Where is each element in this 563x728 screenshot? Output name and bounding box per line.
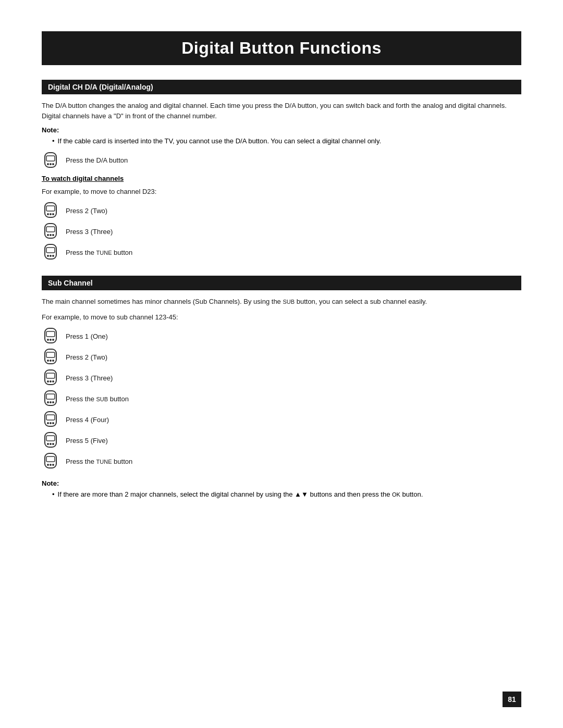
svg-rect-11 <box>46 227 55 232</box>
sub-step7-row: Press the Tune button <box>42 452 521 470</box>
remote-icon-tune <box>42 243 59 261</box>
remote-icon-2 <box>42 202 59 219</box>
svg-point-37 <box>47 401 49 403</box>
svg-point-17 <box>47 255 49 257</box>
svg-rect-46 <box>46 436 55 441</box>
svg-rect-36 <box>46 394 55 399</box>
section2-note-item: If there are more than 2 major channels,… <box>52 489 521 500</box>
sub-step4-text: Press the Sub button <box>66 395 129 403</box>
svg-point-54 <box>52 464 54 466</box>
sub-step3-row: Press 3 (Three) <box>42 369 521 387</box>
sub-step1-text: Press 1 (One) <box>66 332 108 340</box>
svg-point-47 <box>47 443 49 445</box>
svg-point-19 <box>52 255 54 257</box>
step-press-tune-row: Press the Tune button <box>42 243 521 261</box>
sub-step6-text: Press 5 (Five) <box>66 437 108 445</box>
svg-point-2 <box>47 163 49 165</box>
step2-text: Press 3 (Three) <box>66 228 113 236</box>
section1-note-label: Note: <box>42 126 521 134</box>
section2-body1: The main channel sometimes has minor cha… <box>42 297 521 307</box>
svg-point-4 <box>52 163 54 165</box>
section1-body: The D/A button changes the analog and di… <box>42 101 521 121</box>
step3-text: Press the Tune button <box>66 249 132 256</box>
svg-point-39 <box>52 401 54 403</box>
press-da-row: Press the D/A button <box>42 152 521 169</box>
svg-point-22 <box>47 339 49 341</box>
svg-point-23 <box>50 339 52 341</box>
sub-step6-row: Press 5 (Five) <box>42 431 521 449</box>
svg-rect-31 <box>46 373 55 378</box>
svg-point-28 <box>50 360 52 362</box>
svg-rect-26 <box>46 352 55 357</box>
svg-point-38 <box>50 401 52 403</box>
step1-text: Press 2 (Two) <box>66 207 107 215</box>
remote-icon-s2 <box>42 348 59 366</box>
svg-point-14 <box>52 234 54 236</box>
section1-example: For example, to move to channel D23: <box>42 187 521 197</box>
svg-rect-21 <box>46 331 55 337</box>
section-digital-da: Digital CH D/A (Digital/Analog) The D/A … <box>42 80 521 261</box>
section2-example: For example, to move to sub channel 123-… <box>42 312 521 323</box>
svg-rect-41 <box>46 415 55 420</box>
svg-point-9 <box>52 213 54 215</box>
section1-note-item: If the cable card is inserted into the T… <box>52 136 521 146</box>
sub-step1-row: Press 1 (One) <box>42 327 521 345</box>
svg-point-49 <box>52 443 54 445</box>
remote-icon-s4 <box>42 390 59 408</box>
svg-point-42 <box>47 422 49 424</box>
svg-rect-16 <box>46 248 55 253</box>
remote-icon-s5 <box>42 411 59 428</box>
svg-point-13 <box>50 234 52 236</box>
svg-rect-6 <box>46 206 55 211</box>
svg-point-48 <box>50 443 52 445</box>
to-watch-heading: To watch digital channels <box>42 175 521 182</box>
svg-point-27 <box>47 360 49 362</box>
svg-point-33 <box>50 380 52 382</box>
sub-step2-text: Press 2 (Two) <box>66 353 107 361</box>
section2-header: Sub Channel <box>42 276 521 290</box>
svg-point-52 <box>47 464 49 466</box>
svg-point-53 <box>50 464 52 466</box>
section-sub-channel: Sub Channel The main channel sometimes h… <box>42 276 521 500</box>
remote-icon-s3 <box>42 369 59 387</box>
remote-icon-s6 <box>42 431 59 449</box>
svg-point-32 <box>47 380 49 382</box>
page-title-bar: Digital Button Functions <box>42 31 521 65</box>
page-number: 81 <box>503 692 521 707</box>
svg-point-34 <box>52 380 54 382</box>
step-press-3-row: Press 3 (Three) <box>42 223 521 240</box>
remote-icon-s1 <box>42 327 59 345</box>
sub-step3-text: Press 3 (Three) <box>66 374 113 382</box>
svg-rect-51 <box>46 456 55 462</box>
svg-point-43 <box>50 422 52 424</box>
svg-point-29 <box>52 360 54 362</box>
sub-step5-text: Press 4 (Four) <box>66 416 109 424</box>
step-press-2-row: Press 2 (Two) <box>42 202 521 219</box>
svg-point-7 <box>47 213 49 215</box>
remote-icon-3 <box>42 223 59 240</box>
sub-step5-row: Press 4 (Four) <box>42 411 521 428</box>
sub-step7-text: Press the Tune button <box>66 458 132 465</box>
svg-point-44 <box>52 422 54 424</box>
svg-point-8 <box>50 213 52 215</box>
section1-header: Digital CH D/A (Digital/Analog) <box>42 80 521 94</box>
svg-point-12 <box>47 234 49 236</box>
sub-step2-row: Press 2 (Two) <box>42 348 521 366</box>
svg-point-3 <box>50 163 52 165</box>
svg-rect-1 <box>46 156 55 161</box>
sub-step4-row: Press the Sub button <box>42 390 521 408</box>
remote-icon-s7 <box>42 452 59 470</box>
press-da-text: Press the D/A button <box>66 156 128 164</box>
page-title: Digital Button Functions <box>52 39 511 58</box>
svg-point-24 <box>52 339 54 341</box>
svg-point-18 <box>50 255 52 257</box>
remote-icon-da <box>42 152 59 169</box>
section2-note-label: Note: <box>42 479 521 487</box>
